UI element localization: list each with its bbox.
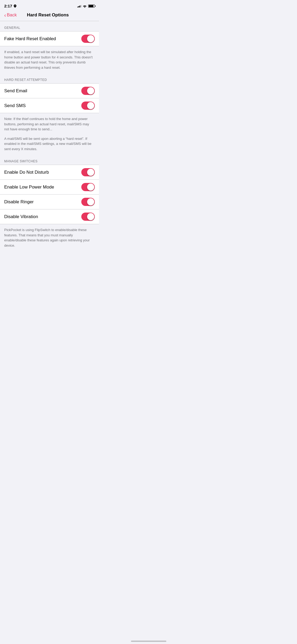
send-email-label: Send Email <box>4 88 27 94</box>
send-email-toggle[interactable] <box>81 87 95 95</box>
section-header-manage-switches: MANAGE SWITCHES <box>0 155 99 165</box>
row-send-sms: Send SMS <box>0 98 99 113</box>
manage-switches-description: PickPocket is using FlipSwitch to enable… <box>0 224 99 251</box>
toggle-knob <box>87 213 94 220</box>
toggle-knob <box>87 198 94 205</box>
status-time: 2:17 <box>4 4 12 8</box>
toggle-knob <box>87 183 94 191</box>
send-sms-label: Send SMS <box>4 103 26 108</box>
battery-icon <box>88 4 95 8</box>
disable-ringer-label: Disable Ringer <box>4 199 34 205</box>
row-disable-ringer: Disable Ringer <box>0 195 99 209</box>
row-enable-do-not-disturb: Enable Do Not Disturb <box>0 165 99 180</box>
fake-hard-reset-label: Fake Hard Reset Enabled <box>4 36 56 42</box>
wifi-icon <box>83 4 87 8</box>
row-enable-low-power-mode: Enable Low Power Mode <box>0 180 99 195</box>
signal-icon <box>77 4 81 7</box>
general-description: If enabled, a hard reset will be simulat… <box>0 46 99 73</box>
toggle-knob <box>87 35 94 42</box>
row-send-email: Send Email <box>0 84 99 98</box>
settings-content: GENERAL Fake Hard Reset Enabled If enabl… <box>0 21 99 251</box>
row-fake-hard-reset: Fake Hard Reset Enabled <box>0 31 99 46</box>
send-sms-toggle[interactable] <box>81 102 95 110</box>
location-icon <box>14 4 16 8</box>
section-header-general: GENERAL <box>0 21 99 31</box>
settings-group-hard-reset-attempted: Send Email Send SMS <box>0 83 99 113</box>
enable-low-power-label: Enable Low Power Mode <box>4 185 54 190</box>
settings-group-manage-switches: Enable Do Not Disturb Enable Low Power M… <box>0 165 99 224</box>
toggle-knob <box>87 102 94 109</box>
disable-vibration-toggle[interactable] <box>81 213 95 221</box>
row-disable-vibration: Disable Vibration <box>0 209 99 224</box>
enable-dnd-label: Enable Do Not Disturb <box>4 170 49 175</box>
fake-hard-reset-toggle[interactable] <box>81 35 95 43</box>
section-header-hard-reset-attempted: HARD RESET ATTEMPTED <box>0 73 99 83</box>
hard-reset-description2: A mail/SMS will be sent upon aborting a … <box>0 135 99 155</box>
nav-bar: ‹ Back Hard Reset Options <box>0 10 99 21</box>
enable-dnd-toggle[interactable] <box>81 168 95 176</box>
enable-low-power-toggle[interactable] <box>81 183 95 191</box>
toggle-knob <box>87 87 94 94</box>
hard-reset-description1: Note: If the thief continues to hold the… <box>0 113 99 135</box>
status-icons <box>77 4 95 8</box>
toggle-knob <box>87 169 94 176</box>
settings-group-general: Fake Hard Reset Enabled <box>0 31 99 46</box>
status-bar: 2:17 <box>0 0 99 10</box>
disable-ringer-toggle[interactable] <box>81 198 95 206</box>
page-title: Hard Reset Options <box>1 12 95 18</box>
disable-vibration-label: Disable Vibration <box>4 214 38 219</box>
